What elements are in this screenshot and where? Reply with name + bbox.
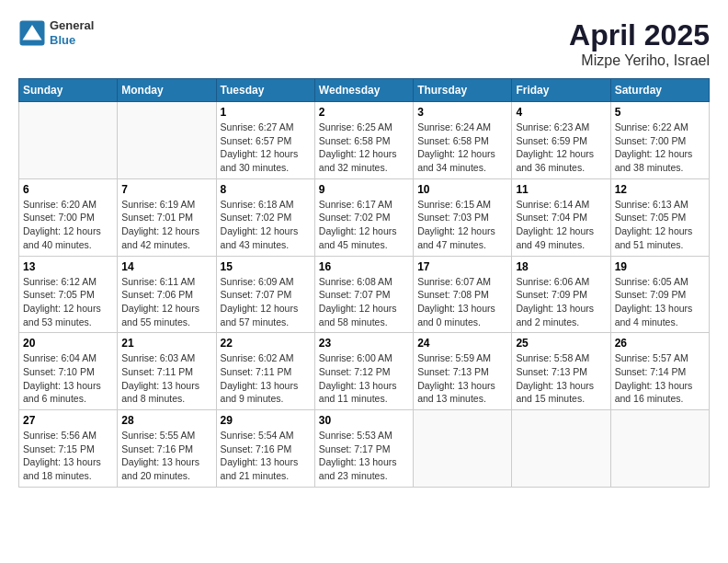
- calendar-week-row: 27Sunrise: 5:56 AM Sunset: 7:15 PM Dayli…: [19, 410, 710, 488]
- calendar-day-cell: 27Sunrise: 5:56 AM Sunset: 7:15 PM Dayli…: [19, 410, 118, 488]
- day-info: Sunrise: 6:18 AM Sunset: 7:02 PM Dayligh…: [221, 198, 311, 252]
- page-header: General Blue April 2025 Mizpe Yeriho, Is…: [18, 18, 710, 69]
- day-number: 29: [221, 414, 311, 427]
- day-number: 23: [319, 337, 409, 350]
- day-number: 28: [121, 414, 211, 427]
- calendar-day-cell: 10Sunrise: 6:15 AM Sunset: 7:03 PM Dayli…: [414, 178, 512, 256]
- calendar-day-cell: [19, 102, 118, 179]
- calendar-day-cell: 14Sunrise: 6:11 AM Sunset: 7:06 PM Dayli…: [118, 256, 216, 333]
- day-number: 19: [615, 260, 705, 273]
- day-number: 20: [23, 337, 113, 350]
- logo-blue-text: Blue: [50, 33, 94, 48]
- logo-icon: [18, 19, 46, 47]
- logo: General Blue: [18, 18, 94, 47]
- day-info: Sunrise: 6:05 AM Sunset: 7:09 PM Dayligh…: [615, 275, 705, 329]
- day-info: Sunrise: 6:09 AM Sunset: 7:07 PM Dayligh…: [221, 275, 311, 329]
- calendar-header-row: SundayMondayTuesdayWednesdayThursdayFrid…: [19, 79, 710, 102]
- day-info: Sunrise: 6:06 AM Sunset: 7:09 PM Dayligh…: [516, 275, 606, 329]
- calendar-day-cell: 15Sunrise: 6:09 AM Sunset: 7:07 PM Dayli…: [216, 256, 314, 333]
- calendar-day-cell: 1Sunrise: 6:27 AM Sunset: 6:57 PM Daylig…: [216, 102, 314, 179]
- day-number: 2: [319, 106, 409, 119]
- day-of-week-header: Saturday: [610, 79, 709, 102]
- calendar-day-cell: [118, 102, 216, 179]
- day-info: Sunrise: 5:55 AM Sunset: 7:16 PM Dayligh…: [121, 429, 211, 483]
- calendar-day-cell: 26Sunrise: 5:57 AM Sunset: 7:14 PM Dayli…: [610, 333, 709, 410]
- day-number: 15: [221, 260, 311, 273]
- calendar-day-cell: 16Sunrise: 6:08 AM Sunset: 7:07 PM Dayli…: [314, 256, 413, 333]
- day-info: Sunrise: 6:23 AM Sunset: 6:59 PM Dayligh…: [516, 121, 606, 175]
- calendar-day-cell: [512, 410, 610, 488]
- day-info: Sunrise: 5:54 AM Sunset: 7:16 PM Dayligh…: [221, 429, 311, 483]
- calendar-day-cell: 6Sunrise: 6:20 AM Sunset: 7:00 PM Daylig…: [19, 178, 118, 256]
- calendar-day-cell: 3Sunrise: 6:24 AM Sunset: 6:58 PM Daylig…: [414, 102, 512, 179]
- day-number: 26: [615, 337, 705, 350]
- day-info: Sunrise: 6:17 AM Sunset: 7:02 PM Dayligh…: [319, 198, 409, 252]
- day-number: 27: [23, 414, 113, 427]
- day-info: Sunrise: 5:59 AM Sunset: 7:13 PM Dayligh…: [417, 351, 507, 406]
- day-number: 7: [121, 183, 211, 196]
- day-number: 11: [516, 183, 606, 196]
- calendar-table: SundayMondayTuesdayWednesdayThursdayFrid…: [18, 78, 710, 488]
- calendar-day-cell: 5Sunrise: 6:22 AM Sunset: 7:00 PM Daylig…: [610, 102, 709, 179]
- calendar-day-cell: 7Sunrise: 6:19 AM Sunset: 7:01 PM Daylig…: [118, 178, 216, 256]
- calendar-day-cell: 21Sunrise: 6:03 AM Sunset: 7:11 PM Dayli…: [118, 333, 216, 410]
- calendar-day-cell: 4Sunrise: 6:23 AM Sunset: 6:59 PM Daylig…: [512, 102, 610, 179]
- day-info: Sunrise: 6:20 AM Sunset: 7:00 PM Dayligh…: [23, 198, 113, 252]
- day-of-week-header: Monday: [118, 79, 216, 102]
- day-number: 14: [121, 260, 211, 273]
- calendar-day-cell: 17Sunrise: 6:07 AM Sunset: 7:08 PM Dayli…: [414, 256, 512, 333]
- day-info: Sunrise: 6:11 AM Sunset: 7:06 PM Dayligh…: [121, 275, 211, 329]
- day-info: Sunrise: 6:03 AM Sunset: 7:11 PM Dayligh…: [121, 351, 211, 406]
- day-number: 24: [417, 337, 507, 350]
- calendar-day-cell: [610, 410, 709, 488]
- day-number: 9: [319, 183, 409, 196]
- day-info: Sunrise: 5:56 AM Sunset: 7:15 PM Dayligh…: [23, 429, 113, 483]
- calendar-day-cell: [414, 410, 512, 488]
- calendar-day-cell: 13Sunrise: 6:12 AM Sunset: 7:05 PM Dayli…: [19, 256, 118, 333]
- calendar-week-row: 13Sunrise: 6:12 AM Sunset: 7:05 PM Dayli…: [19, 256, 710, 333]
- day-info: Sunrise: 6:12 AM Sunset: 7:05 PM Dayligh…: [23, 275, 113, 329]
- calendar-week-row: 1Sunrise: 6:27 AM Sunset: 6:57 PM Daylig…: [19, 102, 710, 179]
- day-number: 5: [615, 106, 705, 119]
- day-info: Sunrise: 6:24 AM Sunset: 6:58 PM Dayligh…: [417, 121, 507, 175]
- day-number: 10: [417, 183, 507, 196]
- calendar-day-cell: 22Sunrise: 6:02 AM Sunset: 7:11 PM Dayli…: [216, 333, 314, 410]
- logo-general-text: General: [50, 18, 94, 33]
- logo-text: General Blue: [50, 18, 94, 47]
- day-info: Sunrise: 5:57 AM Sunset: 7:14 PM Dayligh…: [615, 351, 705, 406]
- day-number: 22: [221, 337, 311, 350]
- day-number: 17: [417, 260, 507, 273]
- day-of-week-header: Thursday: [414, 79, 512, 102]
- day-info: Sunrise: 6:14 AM Sunset: 7:04 PM Dayligh…: [516, 198, 606, 252]
- calendar-day-cell: 25Sunrise: 5:58 AM Sunset: 7:13 PM Dayli…: [512, 333, 610, 410]
- calendar-day-cell: 18Sunrise: 6:06 AM Sunset: 7:09 PM Dayli…: [512, 256, 610, 333]
- day-number: 12: [615, 183, 705, 196]
- calendar-day-cell: 19Sunrise: 6:05 AM Sunset: 7:09 PM Dayli…: [610, 256, 709, 333]
- day-number: 16: [319, 260, 409, 273]
- day-info: Sunrise: 6:08 AM Sunset: 7:07 PM Dayligh…: [319, 275, 409, 329]
- day-number: 1: [221, 106, 311, 119]
- calendar-week-row: 6Sunrise: 6:20 AM Sunset: 7:00 PM Daylig…: [19, 178, 710, 256]
- day-number: 18: [516, 260, 606, 273]
- calendar-day-cell: 20Sunrise: 6:04 AM Sunset: 7:10 PM Dayli…: [19, 333, 118, 410]
- day-number: 4: [516, 106, 606, 119]
- day-info: Sunrise: 6:00 AM Sunset: 7:12 PM Dayligh…: [319, 351, 409, 406]
- day-info: Sunrise: 6:15 AM Sunset: 7:03 PM Dayligh…: [417, 198, 507, 252]
- calendar-day-cell: 28Sunrise: 5:55 AM Sunset: 7:16 PM Dayli…: [118, 410, 216, 488]
- day-number: 8: [221, 183, 311, 196]
- day-number: 3: [417, 106, 507, 119]
- day-info: Sunrise: 6:22 AM Sunset: 7:00 PM Dayligh…: [615, 121, 705, 175]
- day-number: 13: [23, 260, 113, 273]
- calendar-day-cell: 2Sunrise: 6:25 AM Sunset: 6:58 PM Daylig…: [314, 102, 413, 179]
- calendar-subtitle: Mizpe Yeriho, Israel: [569, 52, 710, 69]
- day-number: 21: [121, 337, 211, 350]
- day-info: Sunrise: 6:04 AM Sunset: 7:10 PM Dayligh…: [23, 351, 113, 406]
- calendar-day-cell: 12Sunrise: 6:13 AM Sunset: 7:05 PM Dayli…: [610, 178, 709, 256]
- title-block: April 2025 Mizpe Yeriho, Israel: [569, 18, 710, 69]
- day-info: Sunrise: 5:53 AM Sunset: 7:17 PM Dayligh…: [319, 429, 409, 483]
- calendar-day-cell: 8Sunrise: 6:18 AM Sunset: 7:02 PM Daylig…: [216, 178, 314, 256]
- calendar-day-cell: 23Sunrise: 6:00 AM Sunset: 7:12 PM Dayli…: [314, 333, 413, 410]
- calendar-day-cell: 30Sunrise: 5:53 AM Sunset: 7:17 PM Dayli…: [314, 410, 413, 488]
- day-of-week-header: Tuesday: [216, 79, 314, 102]
- day-info: Sunrise: 6:07 AM Sunset: 7:08 PM Dayligh…: [417, 275, 507, 329]
